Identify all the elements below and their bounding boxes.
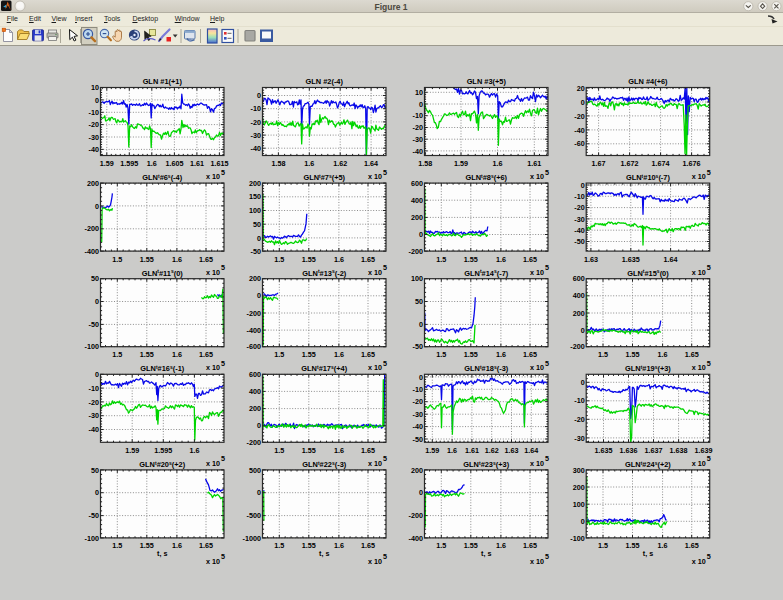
svg-text:-40: -40 [574,126,584,135]
svg-text:-40: -40 [413,422,423,431]
svg-text:0: 0 [419,488,423,497]
svg-text:5: 5 [545,168,549,177]
svg-text:1.55: 1.55 [464,350,478,359]
svg-text:GLNt#8s(+6): GLNt#8s(+6) [465,173,507,182]
svg-text:-30: -30 [251,131,261,140]
svg-text:1.5: 1.5 [598,350,608,359]
svg-text:-40: -40 [251,144,261,153]
svg-text:-100: -100 [85,534,99,543]
svg-text:300: 300 [573,466,585,475]
svg-text:1.58: 1.58 [418,159,432,168]
svg-text:1.635: 1.635 [595,446,613,455]
svg-text:0: 0 [95,202,99,211]
svg-text:400: 400 [249,387,261,396]
svg-text:5: 5 [383,454,387,463]
svg-text:1.5: 1.5 [274,350,284,359]
svg-text:100: 100 [249,206,261,215]
svg-text:5: 5 [221,263,225,272]
svg-text:1.65: 1.65 [199,255,213,264]
svg-text:-40: -40 [89,425,99,434]
svg-text:0: 0 [581,181,585,190]
svg-text:1.5: 1.5 [436,541,446,550]
svg-text:GLNt#23s(+3): GLNt#23s(+3) [463,460,509,469]
svg-text:5: 5 [545,552,549,561]
svg-text:-20: -20 [574,415,584,424]
svg-text:0: 0 [95,96,99,105]
svg-text:1.6: 1.6 [147,159,157,168]
svg-text:5: 5 [545,359,549,368]
svg-text:1.65: 1.65 [523,350,537,359]
svg-text:1.6: 1.6 [189,446,199,455]
svg-text:1.64: 1.64 [364,159,378,168]
svg-text:1.65: 1.65 [361,350,375,359]
svg-text:-50: -50 [413,342,423,351]
svg-text:-1000: -1000 [243,534,261,543]
svg-text:1.55: 1.55 [626,350,640,359]
svg-text:GLN #3(+5): GLN #3(+5) [467,77,507,86]
svg-text:-200: -200 [85,224,99,233]
svg-text:-20: -20 [413,397,423,406]
svg-text:1.6: 1.6 [334,446,344,455]
svg-text:1.6: 1.6 [334,255,344,264]
svg-text:1.637: 1.637 [645,446,663,455]
svg-text:1.55: 1.55 [302,350,316,359]
svg-text:10: 10 [91,83,99,92]
svg-text:-40: -40 [413,147,423,156]
svg-text:1.63: 1.63 [505,446,519,455]
svg-text:-200: -200 [570,342,584,351]
svg-text:200: 200 [87,179,99,188]
svg-text:1.62: 1.62 [485,446,499,455]
svg-text:GLNt#20s(+2): GLNt#20s(+2) [139,460,185,469]
svg-text:5: 5 [545,454,549,463]
svg-text:x 10: x 10 [692,557,706,566]
svg-text:x 10: x 10 [692,172,706,181]
svg-text:-10: -10 [251,104,261,113]
svg-text:0: 0 [419,230,423,239]
svg-text:1.6: 1.6 [334,541,344,550]
svg-text:200: 200 [573,483,585,492]
svg-text:0: 0 [581,378,585,387]
svg-text:t, s: t, s [319,549,329,558]
svg-text:5: 5 [221,454,225,463]
svg-text:-30: -30 [413,410,423,419]
svg-text:GLNt#22s(-3): GLNt#22s(-3) [302,460,346,469]
svg-text:1.6: 1.6 [447,446,457,455]
svg-text:1.595: 1.595 [120,159,138,168]
svg-text:5: 5 [383,552,387,561]
svg-text:1.65: 1.65 [685,350,699,359]
svg-text:1.605: 1.605 [165,159,183,168]
svg-text:1.676: 1.676 [683,159,701,168]
svg-text:0: 0 [419,100,423,109]
svg-text:-20: -20 [574,203,584,212]
svg-text:1.61: 1.61 [190,159,204,168]
svg-text:1.6: 1.6 [334,350,344,359]
svg-text:600: 600 [249,370,261,379]
svg-text:-50: -50 [413,435,423,444]
svg-text:0: 0 [257,234,261,243]
svg-text:1.5: 1.5 [274,255,284,264]
svg-text:-10: -10 [89,384,99,393]
svg-text:0: 0 [95,488,99,497]
svg-text:1.6: 1.6 [658,541,668,550]
svg-text:t, s: t, s [481,549,491,558]
svg-text:1.62: 1.62 [333,159,347,168]
svg-text:-50: -50 [251,247,261,256]
svg-text:400: 400 [411,196,423,205]
svg-text:GLNt#15s(0): GLNt#15s(0) [627,268,669,277]
svg-text:1.55: 1.55 [464,541,478,550]
svg-text:x 10: x 10 [530,363,544,372]
svg-text:1.65: 1.65 [523,255,537,264]
svg-text:200: 200 [411,213,423,222]
svg-text:-30: -30 [413,135,423,144]
svg-text:GLNt#11s(0): GLNt#11s(0) [142,268,184,277]
svg-text:1.65: 1.65 [523,541,537,550]
svg-text:50: 50 [91,466,99,475]
svg-text:x 10: x 10 [692,459,706,468]
svg-text:GLNt#18s(-3): GLNt#18s(-3) [464,364,508,373]
svg-text:t, s: t, s [643,549,653,558]
svg-text:-20: -20 [413,123,423,132]
svg-text:GLNt#6s(-4): GLNt#6s(-4) [142,173,182,182]
svg-text:1.65: 1.65 [685,541,699,550]
svg-text:GLN #1(+1): GLN #1(+1) [143,77,183,86]
svg-text:-30: -30 [89,133,99,142]
